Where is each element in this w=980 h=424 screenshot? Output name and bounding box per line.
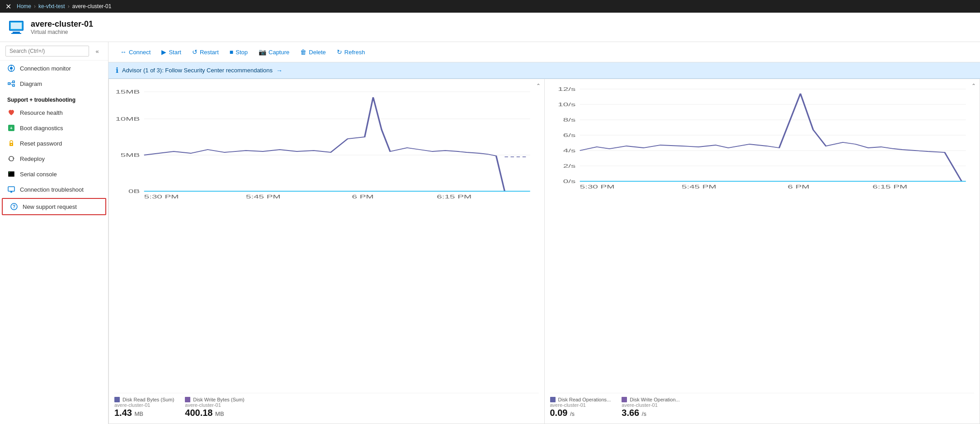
advisor-banner[interactable]: ℹ Advisor (1 of 3): Follow Security Cent…: [108, 62, 980, 79]
advisor-arrow-icon[interactable]: →: [276, 67, 283, 74]
legend-unit-read-ops: /s: [570, 410, 575, 417]
capture-icon: 📷: [259, 48, 266, 56]
collapse-button[interactable]: «: [92, 46, 103, 57]
chart-card-disk-bytes: ⌃ 15MB 10MB 5MB 0B: [108, 79, 545, 424]
chart-legend-disk-bytes: Disk Read Bytes (Sum) avere-cluster-01 1…: [114, 393, 539, 418]
svg-line-13: [10, 84, 13, 85]
close-button[interactable]: ✕: [5, 2, 11, 11]
resource-title-group: avere-cluster-01 Virtual machine: [31, 19, 93, 35]
svg-text:4/s: 4/s: [563, 148, 575, 154]
svg-text:0/s: 0/s: [563, 179, 575, 184]
advisor-info-icon: ℹ: [116, 66, 118, 75]
legend-color-read: [114, 397, 120, 402]
breadcrumb-parent[interactable]: ke-vfxt-test: [38, 3, 65, 9]
svg-text:8/s: 8/s: [563, 117, 575, 123]
svg-point-6: [10, 67, 13, 70]
refresh-label: Refresh: [344, 49, 365, 56]
main-content: ↔ Connect ▶ Start ↺ Restart ■ Stop 📷: [108, 42, 980, 424]
search-input[interactable]: [5, 46, 89, 57]
connect-button[interactable]: ↔ Connect: [116, 46, 155, 58]
sidebar-item-connection-monitor[interactable]: Connection monitor: [0, 61, 108, 76]
resource-title: avere-cluster-01: [31, 19, 93, 29]
sidebar-item-redeploy[interactable]: Redeploy: [0, 151, 108, 166]
charts-row: ⌃ 15MB 10MB 5MB 0B: [108, 79, 980, 424]
sidebar: « Connection monitor: [0, 42, 108, 424]
resource-header: avere-cluster-01 Virtual machine: [0, 13, 980, 42]
connect-label: Connect: [129, 49, 151, 56]
sidebar-label-new-support-request: New support request: [23, 203, 77, 210]
svg-rect-22: [9, 172, 10, 173]
capture-button[interactable]: 📷 Capture: [254, 46, 294, 58]
restart-label: Restart: [200, 49, 219, 56]
svg-text:2/s: 2/s: [563, 163, 575, 169]
legend-sub-read: avere-cluster-01: [114, 402, 174, 408]
legend-value-write: 400.18 MB: [185, 408, 244, 418]
sidebar-label-connection-troubleshoot: Connection troubleshoot: [20, 186, 84, 193]
svg-text:5:45 PM: 5:45 PM: [681, 184, 716, 190]
sidebar-label-connection-monitor: Connection monitor: [20, 65, 71, 72]
svg-rect-4: [11, 23, 22, 29]
legend-color-write-ops: [622, 397, 627, 402]
sidebar-item-boot-diagnostics[interactable]: + Boot diagnostics: [0, 120, 108, 136]
restart-icon: ↺: [192, 48, 198, 56]
svg-text:5:45 PM: 5:45 PM: [246, 194, 281, 200]
svg-text:10MB: 10MB: [115, 116, 140, 122]
legend-value-read: 1.43 MB: [114, 408, 174, 418]
svg-rect-11: [13, 85, 14, 86]
sidebar-label-serial-console: Serial console: [20, 171, 57, 178]
delete-label: Delete: [309, 49, 326, 56]
svg-rect-10: [13, 81, 14, 83]
stop-icon: ■: [230, 48, 233, 56]
sidebar-label-resource-health: Resource health: [20, 109, 63, 116]
sidebar-item-reset-password[interactable]: Reset password: [0, 136, 108, 151]
stop-label: Stop: [236, 49, 248, 56]
resource-subtitle: Virtual machine: [31, 29, 93, 35]
connection-troubleshoot-icon: [7, 185, 15, 193]
legend-item-disk-write-bytes: Disk Write Bytes (Sum) avere-cluster-01 …: [185, 397, 244, 418]
legend-unit-write: MB: [215, 410, 224, 417]
breadcrumb-home[interactable]: Home: [17, 3, 31, 9]
svg-text:5:30 PM: 5:30 PM: [580, 184, 614, 190]
charts-area: ⌃ 15MB 10MB 5MB 0B: [108, 79, 980, 424]
chart-svg-disk-ops: 12/s 10/s 8/s 6/s 4/s 2/s 0/s: [550, 85, 975, 389]
start-label: Start: [169, 49, 181, 56]
legend-num-read-ops: 0.09: [550, 408, 568, 418]
start-button[interactable]: ▶ Start: [157, 46, 185, 58]
new-support-request-icon: ?: [10, 203, 18, 211]
svg-text:10/s: 10/s: [558, 102, 575, 108]
advisor-text: Advisor (1 of 3): Follow Security Center…: [122, 67, 273, 74]
svg-text:6/s: 6/s: [563, 132, 575, 138]
sidebar-item-connection-troubleshoot[interactable]: Connection troubleshoot: [0, 182, 108, 197]
resource-health-icon: [7, 108, 15, 117]
restart-button[interactable]: ↺ Restart: [188, 46, 223, 58]
sidebar-item-diagram[interactable]: Diagram: [0, 76, 108, 91]
sidebar-item-resource-health[interactable]: Resource health: [0, 105, 108, 120]
legend-sub-read-ops: avere-cluster-01: [550, 402, 611, 408]
svg-text:+: +: [10, 126, 13, 131]
legend-sub-write-ops: avere-cluster-01: [622, 402, 679, 408]
resource-icon: [7, 18, 25, 36]
svg-text:12/s: 12/s: [558, 86, 575, 92]
svg-rect-1: [13, 32, 20, 33]
sidebar-item-new-support-request[interactable]: ? New support request: [2, 198, 106, 215]
breadcrumb: Home › ke-vfxt-test › avere-cluster-01: [17, 3, 111, 9]
svg-point-17: [11, 144, 12, 145]
svg-line-12: [10, 82, 13, 84]
refresh-button[interactable]: ↻ Refresh: [332, 46, 370, 58]
breadcrumb-current: avere-cluster-01: [72, 3, 112, 9]
delete-button[interactable]: 🗑 Delete: [296, 46, 330, 58]
svg-text:6:15 PM: 6:15 PM: [872, 184, 907, 190]
legend-unit-write-ops: /s: [642, 410, 646, 417]
legend-color-read-ops: [550, 397, 556, 402]
legend-num-read: 1.43: [114, 408, 132, 418]
sidebar-item-serial-console[interactable]: Serial console: [0, 166, 108, 182]
main-container: avere-cluster-01 Virtual machine «: [0, 13, 980, 424]
delete-icon: 🗑: [300, 48, 306, 56]
svg-rect-2: [11, 33, 21, 34]
sidebar-label-redeploy: Redeploy: [20, 155, 45, 162]
refresh-icon: ↻: [337, 48, 342, 56]
legend-num-write-ops: 3.66: [622, 408, 639, 418]
legend-label-read: Disk Read Bytes (Sum): [122, 397, 174, 402]
stop-button[interactable]: ■ Stop: [225, 46, 252, 58]
legend-label-read-ops: Disk Read Operations...: [558, 397, 611, 402]
